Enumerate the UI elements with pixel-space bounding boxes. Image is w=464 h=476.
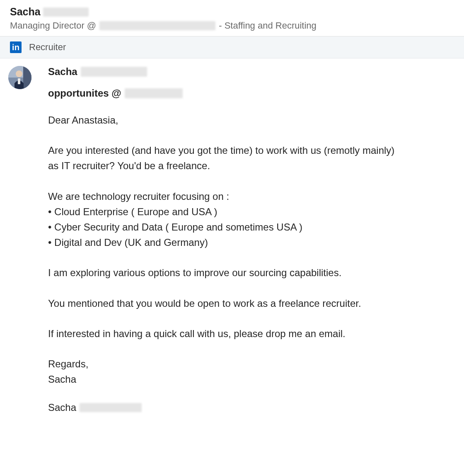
footer-signature: Sacha xyxy=(48,402,398,413)
regards: Regards, xyxy=(48,356,398,372)
redacted-subject-company xyxy=(125,88,183,98)
bullet-cloud: • Cloud Enterprise ( Europe and USA ) xyxy=(48,204,398,219)
sender-avatar[interactable] xyxy=(8,66,31,89)
paragraph-sourcing: I am exploring various options to improv… xyxy=(48,265,398,280)
message-sender-name[interactable]: Sacha xyxy=(48,66,398,78)
svg-rect-4 xyxy=(18,78,20,84)
profile-first-name: Sacha xyxy=(10,6,41,18)
bullet-digital: • Digital and Dev (UK and Germany) xyxy=(48,235,398,250)
message-container: Sacha opportunites @ Dear Anastasia, Are… xyxy=(0,58,464,430)
message-subject: opportunites @ xyxy=(48,87,398,99)
linkedin-icon: in xyxy=(10,41,22,53)
svg-point-3 xyxy=(16,70,22,77)
recruiter-label: Recruiter xyxy=(29,42,66,53)
headline-prefix: Managing Director @ xyxy=(10,20,96,31)
redacted-footer-last-name xyxy=(80,403,142,412)
redacted-sender-last-name xyxy=(81,67,147,77)
recruiter-banner: in Recruiter xyxy=(0,36,464,58)
redacted-company xyxy=(99,21,215,30)
profile-name-line[interactable]: Sacha xyxy=(10,6,456,18)
profile-header: Sacha Managing Director @ - Staffing and… xyxy=(0,0,464,36)
message-body: Dear Anastasia, Are you interested (and … xyxy=(48,112,398,413)
headline-suffix: - Staffing and Recruiting xyxy=(219,20,317,31)
bullet-cyber: • Cyber Security and Data ( Europe and s… xyxy=(48,219,398,235)
profile-headline: Managing Director @ - Staffing and Recru… xyxy=(10,20,456,31)
greeting: Dear Anastasia, xyxy=(48,112,398,128)
signature-block: Regards, Sacha xyxy=(48,356,398,387)
redacted-last-name xyxy=(43,7,89,17)
svg-rect-2 xyxy=(23,66,31,89)
sign-name: Sacha xyxy=(48,372,398,387)
paragraph-call: If interested in having a quick call wit… xyxy=(48,326,398,341)
focus-intro: We are technology recruiter focusing on … xyxy=(48,189,398,204)
paragraph-intro: Are you interested (and have you got the… xyxy=(48,143,398,173)
paragraph-freelance: You mentioned that you would be open to … xyxy=(48,296,398,311)
